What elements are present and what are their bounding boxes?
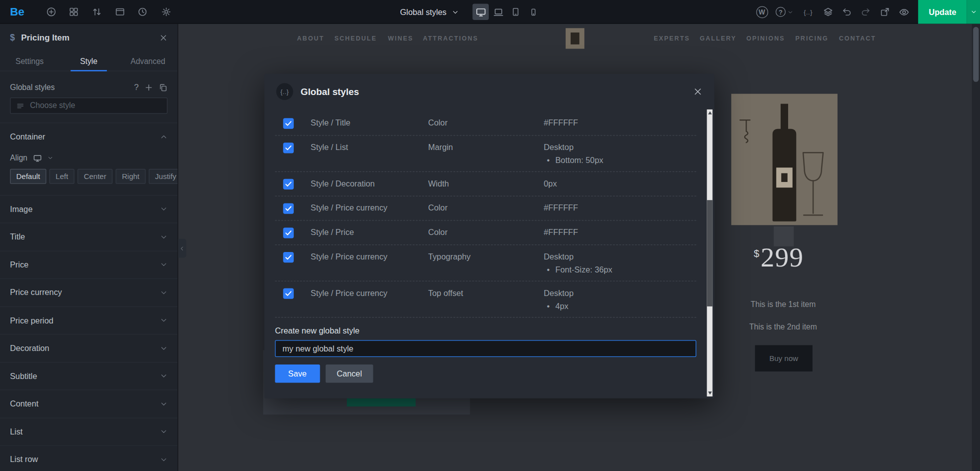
style-checkbox[interactable] [283, 118, 294, 128]
copy-style-icon[interactable] [159, 83, 168, 92]
site-logo[interactable] [566, 28, 585, 48]
nav-link[interactable]: EXPERTS [654, 35, 690, 42]
redo-icon[interactable] [857, 3, 875, 20]
tab-style[interactable]: Style [59, 52, 118, 71]
reorder-arrows-icon[interactable] [88, 3, 105, 20]
modal-close-icon[interactable] [693, 87, 703, 96]
help-icon[interactable]: ? [774, 3, 795, 20]
preview-icon[interactable] [895, 3, 913, 20]
section-list[interactable]: List [0, 418, 177, 446]
section-list-row[interactable]: List row [0, 445, 177, 471]
check-icon [285, 206, 292, 211]
style-value-detail: 4px [544, 302, 696, 311]
align-right-button[interactable]: Right [115, 168, 145, 184]
style-checkbox[interactable] [283, 228, 294, 238]
add-element-icon[interactable] [42, 3, 60, 20]
section-container[interactable]: Container [0, 122, 177, 150]
section-image[interactable]: Image [0, 195, 177, 223]
nav-link[interactable]: WINES [388, 35, 413, 42]
chevron-up-icon [160, 133, 167, 140]
chevron-left-icon [179, 246, 185, 251]
align-left-button[interactable]: Left [49, 168, 74, 184]
style-checkbox[interactable] [283, 252, 294, 262]
check-icon [285, 291, 292, 296]
revisions-history-icon[interactable] [134, 3, 151, 20]
global-styles-help-icon[interactable]: ? [134, 82, 138, 92]
chevron-down-icon [160, 344, 167, 352]
price-currency: $ [754, 248, 759, 272]
modal-scrollbar-thumb[interactable] [707, 200, 712, 306]
scroll-down-arrow[interactable] [708, 392, 712, 394]
export-icon[interactable] [876, 3, 894, 20]
layers-icon[interactable] [820, 3, 837, 20]
device-tablet-button[interactable] [508, 4, 524, 20]
cancel-button[interactable]: Cancel [325, 364, 373, 382]
choose-style-select[interactable]: Choose style [10, 98, 167, 114]
section-price[interactable]: Price [0, 250, 177, 278]
update-button[interactable]: Update [918, 0, 967, 24]
device-phone-button[interactable] [525, 4, 542, 20]
page-scrollbar[interactable] [972, 24, 980, 471]
pricing-item-image [731, 94, 838, 226]
nav-link[interactable]: GALLERY [700, 35, 736, 42]
settings-gear-icon[interactable] [157, 3, 175, 20]
custom-css-icon[interactable]: {..} [800, 3, 817, 20]
nav-link[interactable]: PRICING [796, 35, 829, 42]
page-scrollbar-thumb[interactable] [973, 27, 979, 82]
tab-settings[interactable]: Settings [0, 52, 59, 71]
section-price-period[interactable]: Price period [0, 306, 177, 334]
undo-icon[interactable] [838, 3, 856, 20]
chevron-down-icon [160, 261, 167, 268]
section-content[interactable]: Content [0, 390, 177, 418]
new-style-name-input[interactable] [275, 340, 696, 357]
logo-mark [571, 32, 580, 44]
wordpress-icon[interactable]: W [753, 3, 771, 20]
nav-link[interactable]: CONTACT [839, 35, 876, 42]
global-style-row: Style / Title Color #FFFFFF [275, 112, 696, 136]
style-property: Margin [428, 142, 544, 152]
scroll-up-arrow[interactable] [708, 112, 712, 114]
global-styles-selector[interactable]: Global styles [400, 0, 459, 24]
chevron-down-icon[interactable] [47, 155, 53, 160]
browser-window-icon[interactable] [111, 3, 129, 20]
nav-link[interactable]: ABOUT [297, 35, 324, 42]
section-decoration[interactable]: Decoration [0, 334, 177, 362]
chevron-down-icon [160, 456, 167, 463]
section-price-currency[interactable]: Price currency [0, 278, 177, 306]
betheme-logo[interactable]: Be [10, 0, 24, 24]
responsive-desktop-icon[interactable] [33, 154, 42, 162]
label-mark [781, 173, 788, 182]
device-desktop-button[interactable] [472, 4, 489, 20]
collapse-sidebar-handle[interactable] [178, 239, 186, 258]
global-styles-list: Style / Title Color #FFFFFF Style / List… [275, 112, 696, 318]
check-icon [285, 182, 292, 187]
panel-close-icon[interactable] [159, 34, 167, 42]
nav-link[interactable]: SCHEDULE [334, 35, 377, 42]
section-subtitle[interactable]: Subtitle [0, 362, 177, 390]
tab-advanced[interactable]: Advanced [118, 52, 177, 71]
chevron-down-icon [160, 428, 167, 436]
sections-grid-icon[interactable] [65, 3, 82, 20]
nav-link[interactable]: OPINIONS [746, 35, 785, 42]
style-checkbox[interactable] [283, 288, 294, 299]
style-checkbox[interactable] [283, 179, 294, 190]
align-justify-button[interactable]: Justify [149, 168, 178, 184]
modal-scrollbar[interactable] [707, 110, 712, 396]
section-title[interactable]: Title [0, 222, 177, 250]
chevron-down-icon [160, 400, 167, 408]
corkscrew-icon [738, 118, 755, 155]
device-laptop-button[interactable] [490, 4, 507, 20]
save-button[interactable]: Save [275, 364, 320, 382]
nav-link[interactable]: ATTRACTIONS [423, 35, 478, 42]
add-global-style-icon[interactable] [144, 83, 153, 92]
update-options-button[interactable] [967, 0, 980, 24]
align-center-button[interactable]: Center [77, 168, 112, 184]
pricing-list-item: This is the 1st item [751, 300, 816, 309]
style-checkbox[interactable] [283, 203, 294, 214]
style-value: Desktop4px [544, 288, 696, 311]
style-checkbox[interactable] [283, 142, 294, 153]
buy-now-button[interactable]: Buy now [755, 345, 813, 372]
align-default-button[interactable]: Default [10, 168, 46, 184]
chevron-down-icon [160, 316, 167, 324]
chevron-down-icon [160, 372, 167, 380]
